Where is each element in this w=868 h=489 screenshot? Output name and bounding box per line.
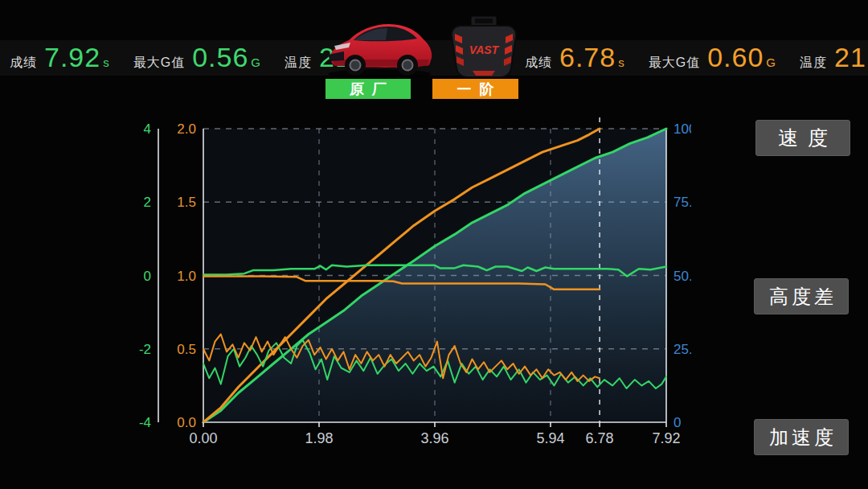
svg-text:-2: -2 bbox=[139, 342, 151, 357]
height-diff-button[interactable]: 高度差 bbox=[754, 278, 849, 314]
svg-text:75.0: 75.0 bbox=[674, 195, 691, 210]
score-label: 成绩 bbox=[10, 55, 37, 72]
stat-time-stage1: 成绩 6.78 s bbox=[525, 42, 624, 73]
gmax-label: 最大G值 bbox=[649, 55, 700, 72]
svg-text:0: 0 bbox=[674, 415, 681, 430]
svg-text:0.5: 0.5 bbox=[177, 342, 196, 357]
svg-text:50.0: 50.0 bbox=[674, 269, 691, 284]
svg-text:25.0: 25.0 bbox=[674, 342, 691, 357]
car-image bbox=[321, 10, 438, 82]
gmax-unit: G bbox=[766, 55, 776, 69]
svg-text:5.94: 5.94 bbox=[536, 430, 564, 446]
gmax-label: 最大G值 bbox=[133, 55, 185, 72]
temp-value: 21.36 bbox=[834, 42, 868, 73]
gmax-unit: G bbox=[251, 55, 260, 69]
device-brand-label: VAST bbox=[469, 43, 500, 56]
svg-text:0.0: 0.0 bbox=[177, 415, 196, 430]
stats-stage1: 成绩 6.78 s 最大G值 0.60 G 温度 21.36 ℃ bbox=[525, 42, 868, 73]
svg-text:1.0: 1.0 bbox=[177, 269, 196, 284]
stat-temp-stage1: 温度 21.36 ℃ bbox=[800, 42, 868, 73]
stat-time-stock: 成绩 7.92 s bbox=[10, 42, 109, 73]
svg-text:0: 0 bbox=[144, 269, 151, 284]
app-screen: 成绩 7.92 s 最大G值 0.56 G 温度 21.36 ℃ 成绩 6.78… bbox=[0, 0, 868, 489]
speed-button[interactable]: 速度 bbox=[755, 120, 850, 156]
svg-text:-4: -4 bbox=[139, 415, 151, 430]
temp-label: 温度 bbox=[285, 55, 312, 72]
gmax-value: 0.60 bbox=[707, 42, 764, 73]
svg-text:0.00: 0.00 bbox=[189, 430, 217, 446]
score-label: 成绩 bbox=[525, 55, 552, 72]
svg-text:4: 4 bbox=[144, 121, 151, 137]
gmax-value: 0.56 bbox=[192, 42, 248, 73]
score-unit: s bbox=[618, 55, 624, 69]
acceleration-button[interactable]: 加速度 bbox=[754, 419, 849, 455]
legend-stock-button[interactable]: 原厂 bbox=[326, 79, 411, 99]
score-unit: s bbox=[103, 55, 109, 69]
performance-chart: 420-2-42.01.51.00.50.010075.050.025.000.… bbox=[121, 111, 691, 458]
svg-text:2: 2 bbox=[144, 195, 151, 210]
tuning-box-image: VAST bbox=[444, 14, 524, 82]
svg-text:7.92: 7.92 bbox=[652, 430, 680, 446]
legend-stage1-button[interactable]: 一阶 bbox=[432, 79, 518, 99]
score-value: 6.78 bbox=[559, 42, 616, 73]
svg-text:3.96: 3.96 bbox=[420, 430, 448, 446]
stat-gmax-stock: 最大G值 0.56 G bbox=[133, 42, 260, 73]
svg-text:100: 100 bbox=[674, 121, 691, 137]
svg-text:1.98: 1.98 bbox=[305, 430, 333, 446]
score-value: 7.92 bbox=[44, 42, 100, 73]
svg-text:6.78: 6.78 bbox=[586, 430, 614, 446]
stat-gmax-stage1: 最大G值 0.60 G bbox=[649, 42, 776, 73]
chart-content: 420-2-42.01.51.00.50.010075.050.025.000.… bbox=[139, 117, 691, 446]
svg-text:2.0: 2.0 bbox=[177, 121, 196, 137]
svg-text:1.5: 1.5 bbox=[177, 195, 196, 210]
temp-label: 温度 bbox=[800, 55, 827, 72]
